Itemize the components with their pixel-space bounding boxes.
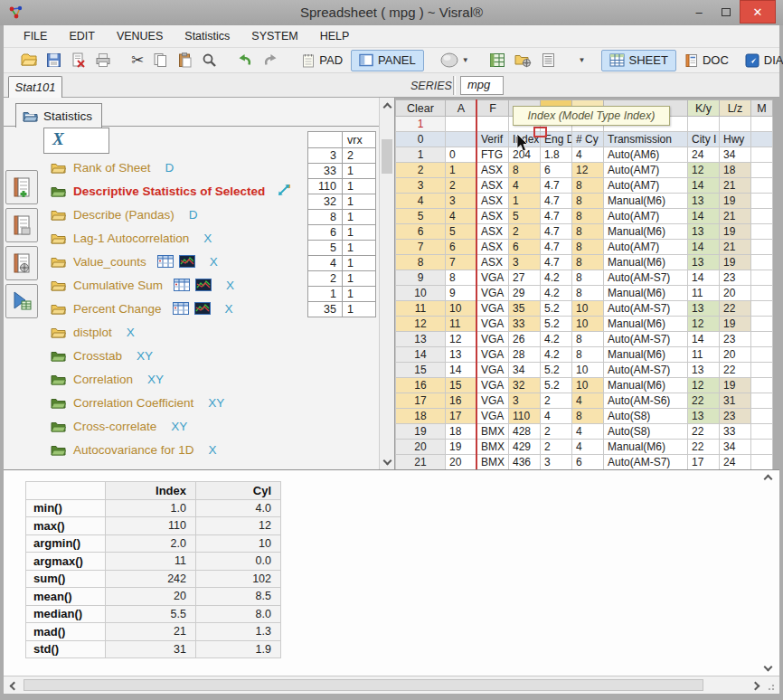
cell-city[interactable]: 17 [688, 455, 720, 470]
cell-hwy[interactable]: 21 [720, 178, 751, 194]
x-variable-slot[interactable]: X [43, 128, 109, 154]
cell-index[interactable]: 34 [509, 363, 541, 378]
cell-trans[interactable]: Manual(M6) [604, 224, 688, 240]
cell-a[interactable]: 18 [446, 424, 477, 440]
cell-f[interactable] [477, 117, 509, 132]
add-sheet-button[interactable] [5, 170, 38, 204]
mini-chart-icon[interactable] [179, 255, 195, 268]
cell-a[interactable]: 8 [446, 270, 477, 286]
cell-city[interactable]: 13 [688, 409, 720, 424]
list-item[interactable]: Rank of Sheet D [51, 156, 291, 179]
close-button[interactable]: ✕ [740, 0, 776, 24]
cell-m[interactable] [751, 424, 773, 440]
cell-index[interactable]: 3 [509, 255, 541, 270]
cell-eng[interactable]: 3 [541, 455, 572, 470]
menu-item[interactable]: EDIT [58, 30, 105, 43]
cell-index[interactable]: 8 [509, 163, 541, 178]
cell-a[interactable]: 15 [446, 378, 477, 393]
cell-n[interactable]: 1 [396, 117, 446, 132]
cell-trans[interactable]: Auto(AM-S7) [604, 332, 688, 347]
cell-n[interactable]: 0 [396, 132, 446, 147]
cell-m[interactable] [751, 255, 773, 270]
list-item[interactable]: Correlation XY [51, 367, 291, 391]
cell-a[interactable]: 11 [446, 317, 477, 332]
cell-n[interactable]: 9 [396, 270, 446, 286]
cell-m[interactable] [751, 455, 773, 470]
list-item[interactable]: Cross-correlate XY [51, 414, 291, 438]
shape-button[interactable]: ▼ [435, 50, 474, 71]
list-item[interactable]: Autocovariance for 1D X [51, 438, 291, 461]
list-item[interactable]: Correlation Coefficient XY [51, 391, 291, 414]
cell-eng[interactable]: 4.7 [541, 255, 572, 270]
sheet-settings-button[interactable] [5, 246, 38, 280]
cell-cy[interactable]: 8 [572, 240, 604, 255]
cell-index[interactable]: 4 [509, 178, 541, 194]
cell-a[interactable]: 16 [446, 393, 477, 409]
cell-index[interactable]: 29 [509, 286, 541, 301]
cell-cy[interactable]: 10 [572, 363, 604, 378]
cell-f[interactable]: BMX [477, 455, 509, 470]
cell-hwy[interactable]: 20 [720, 347, 751, 363]
cell-index[interactable]: 3 [509, 393, 541, 409]
cell-m[interactable] [751, 224, 773, 240]
mini-table-icon[interactable] [174, 279, 190, 291]
cell-f[interactable]: ASX [477, 240, 509, 255]
cell-f[interactable]: VGA [477, 332, 509, 347]
cell-f[interactable]: VGA [477, 347, 509, 363]
cell-f[interactable]: VGA [477, 301, 509, 317]
cell-f[interactable]: Verif [477, 132, 509, 147]
cell-city[interactable]: 12 [688, 378, 720, 393]
cell-m[interactable] [751, 393, 773, 409]
cell-eng[interactable]: 1.8 [541, 147, 572, 163]
cell-f[interactable]: ASX [477, 224, 509, 240]
cell-city[interactable]: 22 [688, 440, 720, 455]
menu-item[interactable]: VENUES [106, 30, 174, 43]
cell-city[interactable]: 14 [688, 240, 720, 255]
cell-cy[interactable]: 10 [572, 317, 604, 332]
list-item[interactable]: Descriptive Statistics of Selected [51, 179, 291, 203]
horizontal-scrollbar-thumb[interactable] [24, 679, 703, 691]
cell-m[interactable] [751, 194, 773, 209]
cell-trans[interactable]: Auto(AM7) [604, 163, 688, 178]
cell-eng[interactable]: 4.7 [541, 209, 572, 224]
mini-table-icon[interactable] [157, 255, 174, 268]
pad-button[interactable]: PAD [294, 50, 351, 71]
scroll-right-button[interactable] [749, 680, 761, 691]
mini-table-icon[interactable] [173, 302, 189, 315]
paste-button[interactable] [173, 50, 197, 71]
cell-n[interactable]: 5 [396, 209, 446, 224]
cell-cy[interactable]: 8 [572, 209, 604, 224]
cell-n[interactable]: 3 [396, 178, 446, 194]
table-view-button[interactable] [485, 50, 510, 71]
cell-a[interactable]: 13 [446, 347, 477, 363]
cell-a[interactable]: 14 [446, 363, 477, 378]
cell-trans[interactable]: Manual(M6) [604, 255, 688, 270]
cell-city[interactable] [688, 117, 720, 132]
cell-f[interactable]: ASX [477, 194, 509, 209]
cell-m[interactable] [751, 117, 773, 132]
cell-trans[interactable]: Auto(AM6) [604, 147, 688, 163]
column-header[interactable]: K/y [688, 100, 720, 117]
cell-cy[interactable]: 8 [572, 224, 604, 240]
cell-hwy[interactable]: 34 [720, 147, 751, 163]
doc-view-button[interactable]: DOC [676, 50, 737, 71]
cell-n[interactable]: 12 [396, 317, 446, 332]
cell-m[interactable] [751, 347, 773, 363]
cell-cy[interactable]: 8 [572, 178, 604, 194]
cell-a[interactable]: 12 [446, 332, 477, 347]
cell-index[interactable]: 26 [509, 332, 541, 347]
cell-n[interactable]: 16 [396, 378, 446, 393]
cell-a[interactable]: 1 [446, 163, 477, 178]
save-button[interactable] [42, 50, 66, 71]
cell-index[interactable]: 35 [509, 301, 541, 317]
sheet-view-button[interactable]: SHEET [601, 50, 676, 71]
copy-sheet-button[interactable] [5, 208, 38, 242]
open-button[interactable] [16, 50, 42, 71]
column-header[interactable]: A [446, 100, 477, 117]
cell-m[interactable] [751, 301, 773, 317]
cell-trans[interactable]: Auto(AM-S7) [604, 301, 688, 317]
cell-index[interactable]: 436 [509, 455, 541, 470]
statistics-panel-tab[interactable]: Statistics [15, 103, 102, 128]
print-button[interactable] [90, 50, 116, 71]
cell-f[interactable]: VGA [477, 286, 509, 301]
